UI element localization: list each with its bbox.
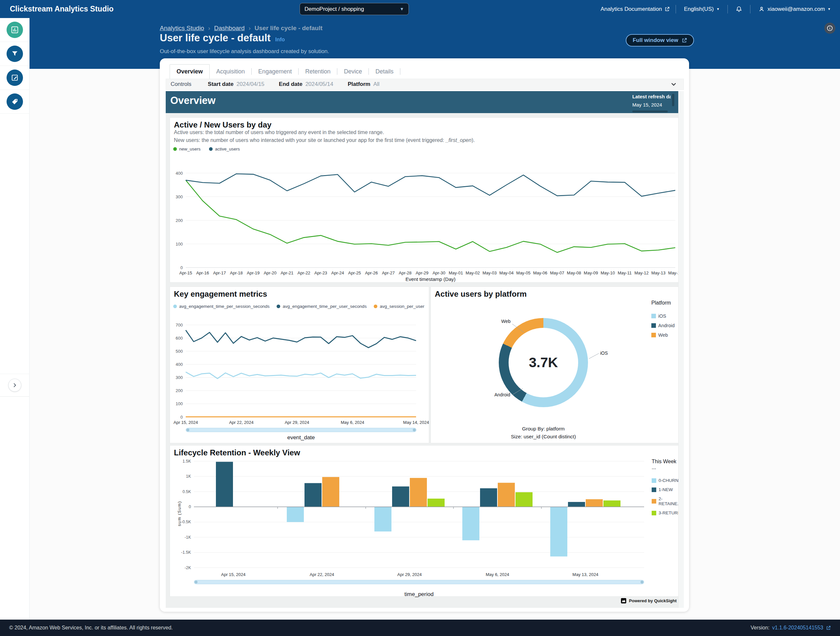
x-tick-label: May 6, 2024 xyxy=(341,420,365,425)
controls-collapse-button[interactable] xyxy=(668,81,679,88)
tab-retention[interactable]: Retention xyxy=(298,64,337,79)
bar-0-CHURN-Apr 22, 2024[interactable] xyxy=(287,507,304,522)
chart-svg: 0100200300400Apr-15Apr-16Apr-17Apr-18Apr… xyxy=(170,118,679,282)
x-tick-label: Apr 22, 2024 xyxy=(310,572,334,577)
bar-3-RETURN-May 13, 2024[interactable] xyxy=(603,501,621,507)
bar-1-NEW-May 13, 2024[interactable] xyxy=(568,502,585,507)
bar-1-NEW-Apr 22, 2024[interactable] xyxy=(305,483,322,507)
version-link[interactable]: v1.1.6-202405141553 xyxy=(772,625,823,631)
project-selector-dropdown[interactable]: DemoProject / shopping ▼ xyxy=(300,3,409,15)
legend-label: iOS xyxy=(658,313,666,319)
tab-device[interactable]: Device xyxy=(337,64,368,79)
info-circle-button[interactable] xyxy=(824,23,835,34)
bar-2-RETAINE...-Apr 22, 2024[interactable] xyxy=(322,477,339,507)
control-field-value: 2024/05/14 xyxy=(305,81,333,88)
bar-0-CHURN-May 6, 2024[interactable] xyxy=(462,507,479,540)
top-navigation-bar: Clickstream Analytics Studio DemoProject… xyxy=(0,0,840,18)
caret-down-icon: ▼ xyxy=(716,7,720,11)
bar-2-RETAINE...-Apr 29, 2024[interactable] xyxy=(410,478,427,507)
control-field-start-date[interactable]: Start date2024/04/15 xyxy=(208,81,264,88)
bar-3-RETURN-Apr 29, 2024[interactable] xyxy=(428,499,445,507)
chart-tile-active-new-users: Active / New Users by day Active users: … xyxy=(170,117,679,283)
bar-2-RETAINE...-May 6, 2024[interactable] xyxy=(498,483,515,507)
series-line-new_users[interactable] xyxy=(186,180,675,252)
side-navigation xyxy=(0,18,30,620)
bar-2-RETAINE...-May 13, 2024[interactable] xyxy=(586,499,603,507)
line-chart-key-engagement: 0100200300400500600700Apr 15, 2024Apr 22… xyxy=(170,287,429,444)
series-line-avg_engagement_time_per_user_seconds[interactable] xyxy=(186,330,416,348)
control-field-value: 2024/04/15 xyxy=(237,81,264,88)
x-tick-label: Apr-26 xyxy=(365,271,378,275)
dashboards-icon xyxy=(6,22,23,38)
legend-item-Web[interactable]: Web xyxy=(651,332,668,338)
x-tick-label: May-05 xyxy=(516,271,530,275)
bell-icon xyxy=(736,6,742,13)
chart-tile-lifecycle-retention: Lifecycle Retention - Weekly View This W… xyxy=(170,445,679,597)
x-tick-label: May-10 xyxy=(601,271,615,275)
x-tick-label: May-08 xyxy=(567,271,581,275)
x-tick-label: Apr-22 xyxy=(298,271,310,275)
tab-bar: OverviewAcquisitionEngagementRetentionDe… xyxy=(170,64,400,79)
x-tick-label: Apr 15, 2024 xyxy=(221,572,245,577)
tab-engagement[interactable]: Engagement xyxy=(252,64,298,79)
y-tick-label: -2K xyxy=(185,565,191,570)
y-tick-label: 500 xyxy=(175,349,183,354)
dashboard-sheet: Overview Latest refresh date May 15, 202… xyxy=(166,91,684,608)
quicksight-logo-icon xyxy=(621,598,626,603)
bar-1-NEW-May 6, 2024[interactable] xyxy=(480,488,497,507)
refresh-value: May 15, 2024 xyxy=(632,102,676,107)
notifications-button[interactable] xyxy=(734,6,744,13)
breadcrumb-item-3: User life cycle - default xyxy=(255,25,322,32)
sheet-scrollbar-gutter[interactable] xyxy=(678,91,684,608)
x-tick-label: Apr-17 xyxy=(213,271,226,275)
x-tick-label: Apr-25 xyxy=(348,271,361,275)
bar-0-CHURN-Apr 29, 2024[interactable] xyxy=(374,507,392,531)
horizontal-scrollbar[interactable] xyxy=(194,580,644,584)
x-tick-label: May 14, 2024 xyxy=(403,420,429,425)
control-field-platform[interactable]: PlatformAll xyxy=(348,81,380,88)
language-selector[interactable]: English(US) ▼ xyxy=(682,6,722,13)
full-window-view-button[interactable]: Full window view xyxy=(626,34,694,47)
control-field-end-date[interactable]: End date2024/05/14 xyxy=(279,81,333,88)
bar-0-CHURN-May 13, 2024[interactable] xyxy=(550,507,567,556)
user-menu[interactable]: xiaoweii@amazon.com ▼ xyxy=(756,6,833,13)
breadcrumb-item-1[interactable]: Analytics Studio xyxy=(160,25,204,32)
x-axis-title: time_period xyxy=(194,591,644,598)
scrollbar-cap xyxy=(413,428,416,431)
sidebar-item-analyses[interactable] xyxy=(0,66,29,90)
controls-bar: Controls Start date2024/04/15End date202… xyxy=(166,79,684,90)
series-line-active_users[interactable] xyxy=(186,174,675,196)
x-tick-label: Apr 22, 2024 xyxy=(229,420,253,425)
info-link[interactable]: Info xyxy=(275,37,285,43)
sidebar-expand-button[interactable] xyxy=(8,379,21,392)
control-field-label: End date xyxy=(279,81,303,88)
page-subtitle: Out-of-the-box user lifecycle analysis d… xyxy=(160,48,329,55)
bar-1-NEW-Apr 29, 2024[interactable] xyxy=(392,486,409,507)
sidebar-item-data-management[interactable] xyxy=(0,90,29,114)
control-fields: Start date2024/04/15End date2024/05/14Pl… xyxy=(208,81,394,88)
legend-item-Android[interactable]: Android xyxy=(651,323,675,328)
chart-tile-active-users-platform: Active users by platform PlatformiOSAndr… xyxy=(431,287,679,443)
y-tick-label: 400 xyxy=(175,362,183,367)
x-tick-label: May-07 xyxy=(550,271,564,275)
legend-item-iOS[interactable]: iOS xyxy=(651,313,666,319)
bar-1-NEW-Apr 15, 2024[interactable] xyxy=(216,462,233,507)
y-tick-label: -1.5K xyxy=(181,550,191,555)
tab-details[interactable]: Details xyxy=(369,64,400,79)
x-axis-title: event_date xyxy=(186,434,416,441)
sidebar-item-dashboards[interactable] xyxy=(0,18,29,42)
tab-overview[interactable]: Overview xyxy=(170,64,210,79)
donut-total-value: 3.7K xyxy=(529,355,558,370)
y-tick-label: 1K xyxy=(186,474,191,479)
horizontal-scrollbar[interactable] xyxy=(186,428,416,432)
divider xyxy=(676,5,676,13)
vertical-scrollbar-thumb[interactable] xyxy=(672,94,674,106)
horizontal-scrollbar-thumb[interactable] xyxy=(632,110,668,112)
y-tick-label: 400 xyxy=(175,171,183,176)
bar-3-RETURN-May 6, 2024[interactable] xyxy=(515,492,532,507)
sidebar-item-explore[interactable] xyxy=(0,42,29,66)
analytics-documentation-link[interactable]: Analytics Documentation xyxy=(600,6,670,13)
dashboard-card: OverviewAcquisitionEngagementRetentionDe… xyxy=(160,58,689,612)
breadcrumb-item-2[interactable]: Dashboard xyxy=(214,25,245,32)
tab-acquisition[interactable]: Acquisition xyxy=(210,64,251,79)
